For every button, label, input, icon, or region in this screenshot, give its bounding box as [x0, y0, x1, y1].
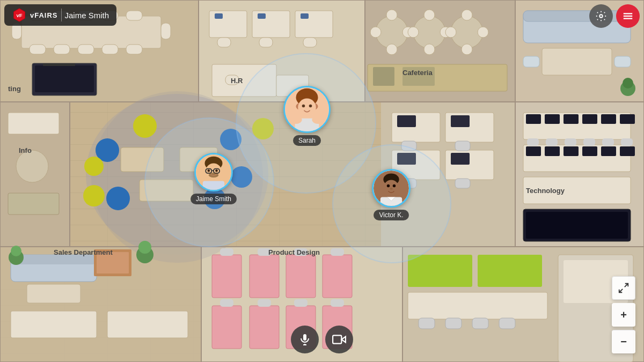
svg-rect-102 — [451, 115, 470, 127]
svg-point-193 — [208, 169, 210, 172]
svg-point-64 — [424, 44, 435, 55]
svg-point-92 — [84, 157, 104, 176]
svg-rect-147 — [286, 255, 316, 298]
svg-rect-127 — [583, 138, 595, 146]
expand-button[interactable] — [612, 276, 635, 300]
svg-point-63 — [424, 10, 435, 20]
svg-line-216 — [619, 289, 623, 292]
svg-rect-155 — [220, 299, 233, 307]
svg-rect-149 — [323, 255, 352, 298]
svg-rect-52 — [301, 13, 309, 19]
svg-point-181 — [298, 99, 316, 117]
camera-icon — [332, 333, 346, 346]
avatar-label-sarah: Sarah — [293, 135, 321, 146]
svg-rect-165 — [499, 318, 515, 329]
settings-icon — [595, 10, 607, 22]
svg-rect-119 — [545, 146, 560, 156]
settings-button[interactable] — [589, 4, 613, 28]
logo-icon: vF — [12, 8, 27, 23]
svg-rect-106 — [455, 141, 470, 151]
svg-rect-118 — [526, 146, 541, 156]
zoom-in-button[interactable]: + — [612, 303, 635, 327]
svg-point-183 — [309, 105, 312, 108]
svg-rect-38 — [126, 45, 142, 54]
svg-point-194 — [215, 169, 218, 172]
svg-point-182 — [302, 105, 305, 108]
svg-rect-48 — [259, 38, 273, 47]
svg-rect-161 — [408, 292, 547, 319]
svg-rect-50 — [215, 13, 223, 19]
mic-button[interactable] — [291, 326, 319, 353]
svg-rect-40 — [161, 23, 171, 39]
vfairs-logo: vF vFAIRS Jaime Smith — [12, 8, 109, 23]
svg-rect-114 — [564, 114, 579, 124]
svg-rect-77 — [523, 56, 539, 67]
logo-divider — [61, 9, 62, 21]
svg-rect-157 — [294, 299, 308, 307]
svg-rect-196 — [203, 181, 224, 192]
svg-rect-122 — [601, 146, 616, 156]
svg-point-136 — [11, 246, 21, 256]
svg-rect-146 — [250, 306, 279, 349]
svg-rect-151 — [220, 248, 233, 256]
svg-rect-72 — [373, 67, 394, 86]
avatar-jaime[interactable]: Jaime Smith — [191, 153, 237, 204]
svg-point-200 — [387, 184, 390, 188]
svg-rect-81 — [8, 113, 59, 134]
svg-rect-112 — [526, 114, 541, 124]
svg-rect-156 — [258, 299, 271, 307]
svg-rect-121 — [582, 146, 597, 156]
top-right-controls — [589, 4, 640, 28]
svg-point-69 — [445, 27, 456, 38]
svg-rect-158 — [331, 299, 344, 307]
svg-point-91 — [83, 185, 105, 206]
svg-point-138 — [138, 241, 151, 254]
svg-rect-76 — [542, 48, 612, 75]
svg-rect-142 — [107, 311, 188, 338]
svg-text:Info: Info — [19, 146, 32, 154]
zoom-out-label: − — [620, 336, 627, 348]
svg-text:ting: ting — [8, 85, 21, 93]
svg-rect-34 — [30, 45, 46, 54]
svg-rect-124 — [527, 138, 539, 146]
svg-point-80 — [623, 78, 633, 88]
svg-rect-108 — [455, 179, 470, 188]
zoom-in-label: + — [620, 309, 627, 321]
svg-point-67 — [462, 10, 472, 20]
camera-button[interactable] — [325, 326, 353, 353]
svg-rect-47 — [217, 38, 231, 47]
svg-rect-143 — [212, 255, 241, 298]
svg-rect-78 — [614, 56, 631, 67]
svg-point-61 — [370, 27, 381, 38]
top-bar: vF vFAIRS Jaime Smith — [4, 4, 116, 26]
zoom-out-button[interactable]: − — [612, 330, 635, 353]
svg-point-65 — [408, 27, 419, 38]
bottom-controls — [291, 326, 353, 353]
svg-point-195 — [209, 173, 218, 178]
avatar-ring-victor — [372, 169, 411, 208]
svg-rect-104 — [451, 153, 470, 165]
avatar-label-jaime: Jaime Smith — [191, 194, 237, 204]
avatar-victor[interactable]: Victor K. — [372, 169, 411, 220]
svg-text:Cafeteria: Cafeteria — [402, 69, 433, 77]
svg-rect-162 — [419, 318, 435, 329]
svg-rect-144 — [212, 306, 241, 349]
svg-point-70 — [478, 27, 488, 38]
menu-button[interactable] — [616, 4, 640, 28]
avatar-ring-jaime — [194, 153, 233, 191]
svg-rect-134 — [27, 284, 80, 303]
menu-icon — [622, 10, 634, 22]
avatar-ring-sarah — [283, 86, 331, 133]
svg-rect-42 — [35, 65, 94, 92]
svg-rect-141 — [11, 311, 97, 338]
svg-point-186 — [312, 116, 324, 124]
svg-point-89 — [133, 114, 157, 138]
svg-point-82 — [16, 150, 48, 182]
avatar-sarah[interactable]: Sarah — [283, 86, 331, 146]
svg-rect-51 — [258, 13, 266, 19]
svg-rect-159 — [408, 255, 472, 287]
svg-rect-37 — [102, 45, 118, 54]
svg-marker-213 — [341, 337, 346, 343]
svg-rect-120 — [564, 146, 579, 156]
svg-point-185 — [290, 116, 302, 124]
